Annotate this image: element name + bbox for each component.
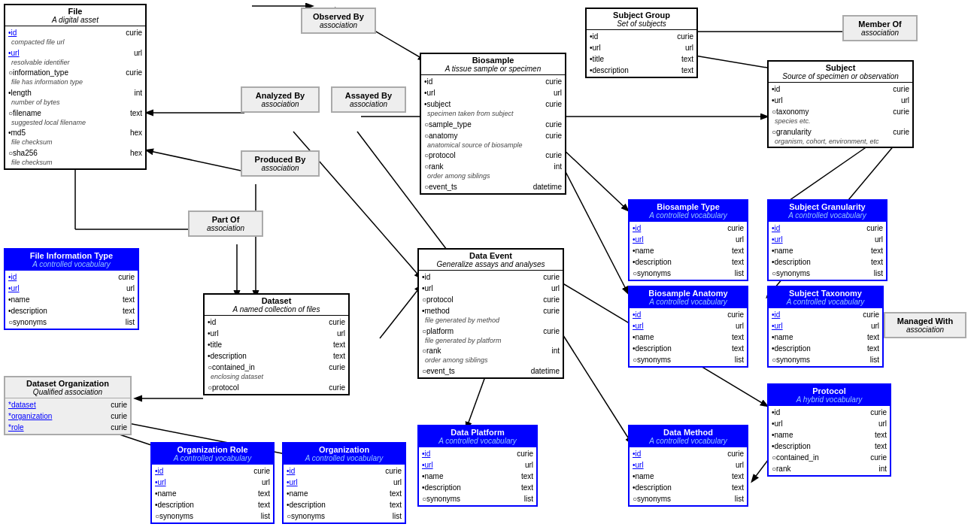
sgr-field-synonyms: ○synonymslist — [772, 268, 883, 279]
produced-by-assoc: Produced By association — [241, 150, 320, 177]
file-field-url: •urlurl — [8, 47, 142, 59]
subject-granularity-entity: Subject Granularity A controlled vocabul… — [767, 199, 887, 281]
bst-field-name: •nametext — [633, 245, 744, 256]
sg-field-title: •titletext — [590, 53, 693, 65]
diagram: File A digital asset •idcurie compacted … — [0, 0, 980, 527]
ba-field-synonyms: ○synonymslist — [633, 354, 744, 365]
dm-field-url: •urlurl — [633, 459, 744, 471]
file-field-filename: ○filenametext — [8, 108, 142, 119]
analyzed-by-sub: association — [248, 100, 312, 108]
analyzed-by-title: Analyzed By — [248, 91, 312, 100]
de-field-method: •methodcurie — [422, 305, 560, 317]
subject-title: Subject — [826, 63, 856, 72]
file-body: •idcurie compacted file url •urlurl reso… — [5, 26, 145, 168]
svg-line-26 — [380, 286, 421, 338]
or-field-id: •idcurie — [155, 465, 270, 477]
bs-note-anatomy: anatomical source of biosample — [424, 141, 562, 150]
bst-field-synonyms: ○synonymslist — [633, 268, 744, 279]
biosample-anatomy-entity: Biosample Anatomy A controlled vocabular… — [628, 286, 748, 368]
dp-field-description: •descriptiontext — [422, 482, 533, 493]
dataset-org-header: Dataset Organization Qualified associati… — [5, 377, 130, 398]
data-event-body: •idcurie •urlurl ○protocolcurie •methodc… — [419, 271, 563, 377]
file-field-md5: •md5hex — [8, 127, 142, 138]
bs-field-url: •urlurl — [424, 87, 562, 98]
dm-field-name: •nametext — [633, 471, 744, 482]
bs-field-id: •idcurie — [424, 76, 562, 87]
file-note-sha256: file checksum — [8, 159, 142, 168]
dataset-header: Dataset A named collection of files — [205, 295, 348, 316]
managed-with-sub: association — [891, 326, 959, 334]
member-of-assoc: Member Of association — [842, 15, 918, 41]
file-entity: File A digital asset •idcurie compacted … — [4, 4, 147, 170]
org-field-synonyms: ○synonymslist — [287, 510, 402, 522]
dm-field-description: •descriptiontext — [633, 482, 744, 493]
file-header: File A digital asset — [5, 5, 145, 26]
file-field-infotype: ○information_typecurie — [8, 67, 142, 78]
subj-field-id: •idcurie — [772, 83, 909, 95]
biosample-header: Biosample A tissue sample or specimen — [421, 54, 565, 75]
subject-group-title: Subject Group — [613, 11, 670, 20]
do-field-organization: *organizationcurie — [8, 410, 127, 422]
subject-subtitle: Source of specimen or observation — [772, 72, 909, 80]
subj-field-granularity: ○granularitycurie — [772, 126, 909, 138]
managed-with-title: Managed With — [891, 317, 959, 326]
subject-granularity-header: Subject Granularity A controlled vocabul… — [769, 201, 886, 222]
subj-field-taxonomy: ○taxonomycurie — [772, 106, 909, 117]
bs-note-rank: order among siblings — [424, 172, 562, 181]
de-field-url: •urlurl — [422, 283, 560, 294]
svg-line-6 — [147, 150, 244, 171]
ds-field-description: •descriptiontext — [208, 350, 345, 362]
svg-line-17 — [560, 162, 628, 293]
subject-group-entity: Subject Group Set of subjects •idcurie •… — [585, 8, 698, 78]
org-field-name: •nametext — [287, 488, 402, 499]
protocol-body: •idcurie •urlurl •nametext •descriptiont… — [769, 406, 890, 475]
part-of-sub: association — [196, 224, 256, 232]
de-field-id: •idcurie — [422, 271, 560, 283]
organization-role-entity: Organization Role A controlled vocabular… — [150, 442, 275, 524]
svg-line-16 — [560, 147, 628, 210]
organization-role-body: •idcurie •urlurl •nametext •descriptiont… — [152, 465, 273, 522]
file-info-type-header: File Information Type A controlled vocab… — [5, 250, 138, 271]
organization-entity: Organization A controlled vocabulary •id… — [282, 442, 406, 524]
dp-field-synonyms: ○synonymslist — [422, 493, 533, 504]
de-note-method: file generated by method — [422, 317, 560, 326]
file-note-filename: suggested local filename — [8, 119, 142, 128]
ds-field-contained: ○contained_incurie — [208, 362, 345, 373]
biosample-title: Biosample — [472, 56, 514, 65]
subject-granularity-body: •idcurie •urlurl •nametext •descriptiont… — [769, 222, 886, 280]
dataset-entity: Dataset A named collection of files •idc… — [203, 293, 350, 395]
ba-field-name: •nametext — [633, 332, 744, 343]
assayed-by-title: Assayed By — [338, 91, 399, 100]
subject-taxonomy-header: Subject Taxonomy A controlled vocabulary — [769, 287, 882, 308]
pr-field-description: •descriptiontext — [772, 441, 887, 452]
fit-field-synonyms: ○synonymslist — [8, 317, 135, 328]
produced-by-sub: association — [248, 164, 312, 172]
dp-field-url: •urlurl — [422, 459, 533, 471]
data-platform-body: •idcurie •urlurl •nametext •descriptiont… — [419, 447, 536, 505]
file-title: File — [68, 7, 83, 16]
st-field-synonyms: ○synonymslist — [772, 354, 879, 365]
st-field-name: •nametext — [772, 332, 879, 343]
dataset-subtitle: A named collection of files — [208, 305, 345, 313]
dp-field-id: •idcurie — [422, 448, 533, 459]
file-note-length: number of bytes — [8, 98, 142, 108]
part-of-title: Part Of — [196, 215, 256, 224]
de-field-rank: ○rankint — [422, 345, 560, 356]
data-method-header: Data Method A controlled vocabulary — [630, 426, 747, 447]
org-field-url: •urlurl — [287, 477, 402, 488]
subject-group-body: •idcurie •urlurl •titletext •description… — [587, 30, 696, 77]
dm-field-id: •idcurie — [633, 448, 744, 459]
st-field-description: •descriptiontext — [772, 343, 879, 354]
dataset-org-entity: Dataset Organization Qualified associati… — [4, 376, 132, 435]
subject-group-header: Subject Group Set of subjects — [587, 9, 696, 30]
ds-field-id: •idcurie — [208, 317, 345, 328]
bs-field-subject: •subjectcurie — [424, 98, 562, 110]
bst-field-id: •idcurie — [633, 223, 744, 234]
ba-field-id: •idcurie — [633, 309, 744, 320]
pr-field-url: •urlurl — [772, 418, 887, 429]
sgr-field-url: •urlurl — [772, 234, 883, 245]
de-note-rank: order among siblings — [422, 356, 560, 365]
organization-body: •idcurie •urlurl •nametext •descriptiont… — [284, 465, 405, 522]
subject-body: •idcurie •urlurl ○taxonomycurie species … — [769, 83, 912, 147]
subject-taxonomy-body: •idcurie •urlurl •nametext •descriptiont… — [769, 308, 882, 366]
